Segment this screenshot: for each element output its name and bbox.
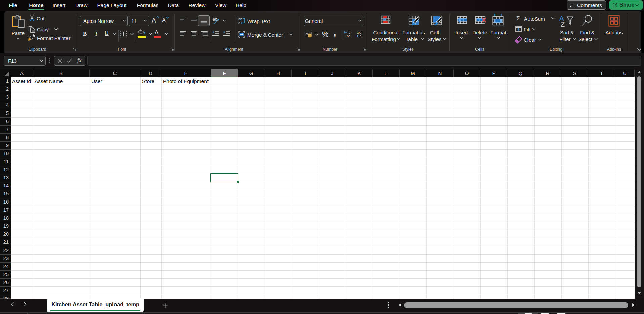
svg-text:.0: .0 <box>348 31 350 34</box>
svg-text:.0: .0 <box>359 34 361 38</box>
svg-text:.00: .00 <box>346 34 350 38</box>
svg-text:c: c <box>238 21 240 25</box>
svg-text:.00: .00 <box>357 31 361 34</box>
svg-text:Z: Z <box>561 20 565 27</box>
